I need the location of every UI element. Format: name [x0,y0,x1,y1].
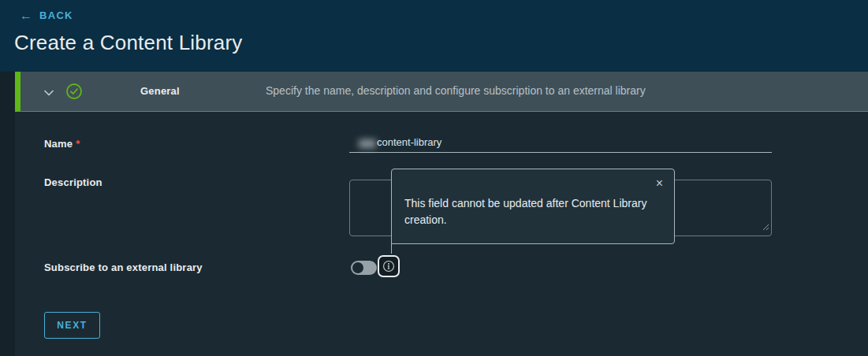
description-label: Description [44,176,102,188]
required-asterisk: * [76,138,80,150]
back-arrow-icon: ← [20,10,32,21]
subscribe-toggle[interactable] [351,261,377,275]
step-description: Specify the name, description and config… [266,84,646,97]
close-icon[interactable]: × [656,177,663,190]
back-link[interactable]: ← BACK [20,9,73,21]
step-general-header[interactable]: General Specify the name, description an… [15,72,868,112]
step-complete-icon [65,83,83,103]
name-input-value: content-library [377,136,441,148]
general-step-form: Name* content-library Description × This… [15,112,868,356]
textarea-resize-handle[interactable] [762,220,769,234]
back-label: BACK [39,9,73,21]
name-input[interactable]: content-library [349,132,772,153]
toggle-knob [352,262,363,273]
chevron-down-icon[interactable] [43,87,54,101]
create-content-library-wizard: ← BACK Create a Content Library General … [0,0,868,356]
name-label: Name* [44,138,80,150]
info-tooltip: × This field cannot be updated after Con… [391,169,675,244]
tooltip-text: This field cannot be updated after Conte… [404,195,650,228]
name-label-text: Name [44,138,73,150]
subscribe-label: Subscribe to an external library [44,261,203,273]
next-button[interactable]: NEXT [44,312,100,339]
info-circle-icon[interactable] [378,255,400,277]
step-title: General [140,85,180,97]
wizard-header: ← BACK Create a Content Library [0,0,868,72]
redacted-text-blur [359,139,376,148]
page-title: Create a Content Library [14,31,243,55]
